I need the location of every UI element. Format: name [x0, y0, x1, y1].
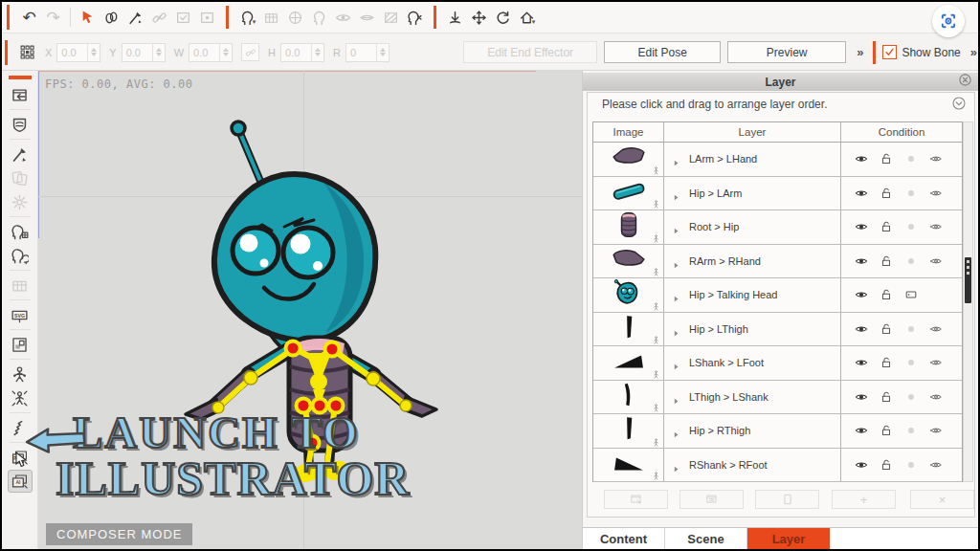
eyec-condition-icon[interactable]	[855, 254, 868, 268]
close-icon[interactable]	[958, 73, 972, 87]
eyec-condition-icon[interactable]	[855, 152, 868, 165]
eye2-condition-icon[interactable]	[929, 254, 943, 268]
dot-condition-icon[interactable]	[904, 356, 918, 369]
eye2-condition-icon[interactable]	[929, 424, 943, 437]
stage-canvas[interactable]: FPS: 0.00, AVG: 0.00	[38, 71, 582, 549]
w-field-input[interactable]: 0.0	[189, 43, 233, 62]
table-row[interactable]: Root > Hip	[593, 210, 962, 245]
table-row[interactable]: Hip > Talking Head	[593, 278, 962, 313]
expand-icon[interactable]	[672, 188, 681, 198]
expand-icon[interactable]	[672, 426, 681, 435]
collapse-chevron-icon[interactable]	[951, 96, 967, 111]
table-row[interactable]: Hip > LThigh	[593, 313, 962, 347]
head-remove-button[interactable]	[403, 6, 427, 30]
sidebar-item-face-setup[interactable]	[8, 220, 33, 243]
pin-down-button[interactable]	[443, 6, 467, 30]
more-tools-right[interactable]: »	[970, 45, 976, 59]
eye2-condition-icon[interactable]	[929, 220, 943, 233]
eye2-condition-icon[interactable]	[929, 458, 943, 472]
link-wh-icon[interactable]	[241, 43, 259, 61]
rotate-tool-button[interactable]	[491, 6, 515, 30]
eyec-condition-icon[interactable]	[855, 187, 868, 200]
w-field-spinner[interactable]	[219, 44, 232, 61]
sidebar-item-free-bone[interactable]	[8, 386, 33, 409]
more-tools-left[interactable]: »	[857, 45, 862, 59]
table-row[interactable]: Hip > RThigh	[593, 414, 962, 449]
layer-name-cell[interactable]: RShank > RFoot	[664, 449, 841, 482]
tab-scene[interactable]: Scene	[665, 528, 747, 549]
layer-name-cell[interactable]: Hip > LArm	[664, 177, 841, 210]
dot-condition-icon[interactable]	[904, 187, 918, 200]
dot-condition-icon[interactable]	[904, 390, 918, 404]
dot-condition-icon[interactable]	[904, 254, 918, 268]
eyec-condition-icon[interactable]	[855, 458, 868, 472]
undo-button[interactable]: ↶	[17, 6, 41, 30]
show-bone-checkbox[interactable]	[882, 45, 897, 59]
tab-content[interactable]: Content	[583, 528, 665, 549]
lock-condition-icon[interactable]	[880, 458, 893, 472]
expand-icon[interactable]	[672, 222, 681, 231]
r-field-spinner[interactable]	[376, 44, 389, 61]
eye2-condition-icon[interactable]	[929, 322, 943, 336]
rectc-condition-icon[interactable]	[904, 288, 918, 301]
table-row[interactable]: RArm > RHand	[593, 245, 962, 279]
anchor-grid-icon[interactable]	[15, 40, 39, 64]
dot-condition-icon[interactable]	[904, 322, 918, 336]
table-row[interactable]: RShank > RFoot	[593, 449, 962, 483]
r-field-input[interactable]: 0	[345, 43, 390, 62]
sidebar-item-head-turn[interactable]	[8, 244, 33, 267]
lock-condition-icon[interactable]	[880, 220, 893, 233]
eyec-condition-icon[interactable]	[855, 356, 868, 369]
panel-title-bar[interactable]: Layer	[583, 73, 978, 91]
eyec-condition-icon[interactable]	[855, 424, 868, 437]
expand-icon[interactable]	[672, 358, 681, 367]
dot-condition-icon[interactable]	[904, 220, 918, 233]
head-tool-button[interactable]: ▾	[235, 6, 259, 30]
bone-pen-button[interactable]	[123, 6, 147, 30]
table-row[interactable]: LShank > LFoot	[593, 346, 962, 381]
layer-name-cell[interactable]: Hip > LThigh	[664, 313, 841, 346]
lock-condition-icon[interactable]	[880, 424, 893, 437]
sidebar-item-collect-clip[interactable]	[8, 113, 33, 136]
table-scrollbar[interactable]	[963, 121, 973, 482]
sidebar-item-pick-tool[interactable]	[8, 143, 33, 165]
h-field-input[interactable]: 0.0	[280, 43, 324, 62]
scrollbar-thumb[interactable]	[965, 257, 971, 303]
sidebar-item-frames[interactable]	[8, 333, 33, 356]
sidebar-item-bone-rig[interactable]	[8, 363, 33, 386]
h-field-spinner[interactable]	[311, 44, 323, 61]
tab-layer[interactable]: Layer	[747, 528, 830, 549]
lock-condition-icon[interactable]	[880, 390, 893, 404]
y-field-input[interactable]: 0.0	[122, 43, 166, 62]
lock-condition-icon[interactable]	[880, 322, 893, 336]
lock-condition-icon[interactable]	[880, 254, 893, 268]
dot-condition-icon[interactable]	[904, 458, 918, 472]
table-row[interactable]: LArm > LHand	[593, 143, 962, 177]
layer-name-cell[interactable]: RArm > RHand	[664, 245, 841, 278]
select-cursor-button[interactable]	[76, 6, 100, 30]
eye2-condition-icon[interactable]	[929, 187, 943, 200]
layer-name-cell[interactable]: LThigh > LShank	[664, 381, 841, 414]
sidebar-item-launch-illustrator[interactable]: AI	[8, 470, 33, 493]
expand-icon[interactable]	[672, 392, 681, 402]
eyec-condition-icon[interactable]	[855, 390, 868, 404]
expand-icon[interactable]	[672, 290, 681, 299]
lock-condition-icon[interactable]	[880, 152, 893, 165]
table-row[interactable]: LThigh > LShank	[593, 381, 962, 415]
layer-name-cell[interactable]: Hip > Talking Head	[664, 278, 841, 312]
expand-icon[interactable]	[672, 324, 681, 334]
x-field-spinner[interactable]	[87, 44, 100, 61]
lock-condition-icon[interactable]	[880, 288, 893, 301]
eyec-condition-icon[interactable]	[855, 288, 868, 301]
expand-icon[interactable]	[672, 154, 681, 164]
edit-pose-button[interactable]: Edit Pose	[604, 41, 721, 63]
eyec-condition-icon[interactable]	[855, 220, 868, 233]
lock-condition-icon[interactable]	[880, 187, 893, 200]
character-illustration[interactable]	[172, 120, 450, 493]
dot-condition-icon[interactable]	[904, 152, 918, 165]
lock-condition-icon[interactable]	[880, 356, 893, 369]
eye2-condition-icon[interactable]	[929, 356, 943, 369]
lasso-select-button[interactable]	[100, 6, 123, 30]
sidebar-item-svg-export[interactable]: SVG	[8, 303, 33, 326]
expand-icon[interactable]	[672, 460, 681, 470]
